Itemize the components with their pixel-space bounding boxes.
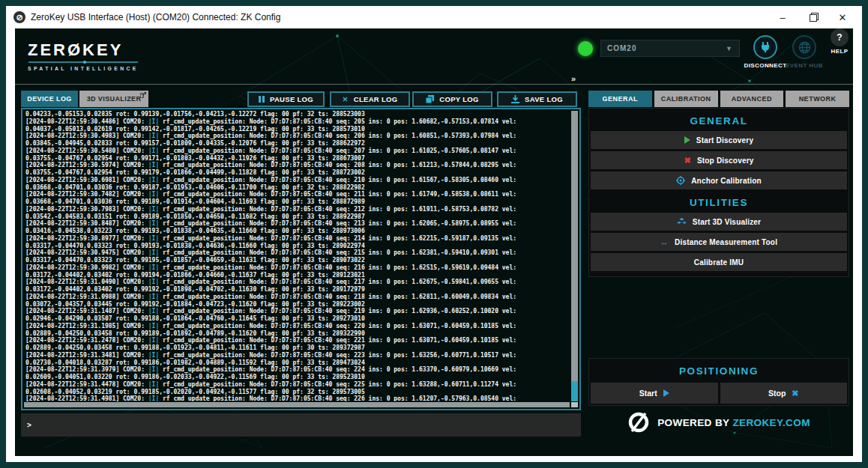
target-icon [676,176,685,185]
positioning-panel: POSITIONING Start Stop ✖ [588,358,849,406]
log-level-info: |I| [148,162,159,168]
tab-advanced[interactable]: ADVANCED [720,91,784,107]
log-level-info: |I| [148,395,159,401]
start-discovery-label: Start Discovery [696,136,753,145]
log-output[interactable]: 0.04233,-0.05153,0.02835 rot: 0.99139,-0… [25,111,567,401]
log-line: 0.03172,-0.04402,0.03402 rot: 0.99194,-0… [25,272,567,279]
save-log-label: SAVE LOG [525,95,563,103]
save-log-button[interactable]: SAVE LOG [497,91,577,107]
log-line: 0.02730,-0.04018,0.03287 rot: 0.99186,-0… [25,359,567,367]
start-3d-visualizer-button[interactable]: Start 3D Visualizer [591,213,847,231]
positioning-stop-label: Stop [768,389,786,398]
tab-network[interactable]: NETWORK [786,91,849,107]
log-line: 0.03317,-0.04470,0.03323 rot: 0.99195,-0… [25,257,567,264]
stop-discovery-label: Stop Discovery [697,156,754,165]
pause-log-button[interactable]: PAUSE LOG [247,91,325,107]
scrollbar-corner [571,402,578,407]
log-vertical-scrollbar-thumb[interactable] [571,381,578,401]
device-log-panel: 0.04233,-0.05153,0.02835 rot: 0.99139,-0… [21,108,581,410]
log-line: [2024-08-22T12:59:30.9982] COM20: |I| rf… [25,264,567,272]
log-level-info: |I| [148,235,159,242]
header-divider [15,84,853,85]
log-line: 0.03172,-0.04402,0.03402 rot: 0.99192,-0… [25,286,567,294]
log-line: [2024-08-22T12:59:30.6981] COM20: |I| rf… [25,177,567,184]
log-level-info: |I| [148,177,159,183]
plug-icon [759,41,771,53]
log-line: [2024-08-22T12:59:30.4486] COM20: |I| rf… [25,118,567,126]
log-line: [2024-08-22T12:59:31.3979] COM20: |I| rf… [25,366,567,374]
tab-general-label: GENERAL [603,95,639,103]
app-content: ZERØKEY SPATIAL INTELLIGENCE COM20 ▼ DIS… [15,28,853,456]
stop-x-icon: ✖ [684,156,690,165]
tab-general[interactable]: GENERAL [588,91,652,107]
disconnect-button[interactable] [753,35,777,59]
start-discovery-button[interactable]: Start Discovery [591,131,847,149]
clear-log-button[interactable]: ✕ CLEAR LOG [330,91,410,107]
tab-3d-visualizer-label: 3D VISUALIZER [87,95,142,103]
log-line: [2024-08-22T12:59:30.7983] COM20: |I| rf… [25,206,567,213]
arrows-left-right-icon: ↔ [660,237,669,246]
calibrate-imu-label: Calibrate IMU [694,258,744,267]
clear-icon: ✕ [343,95,349,103]
tab-device-log-label: DEVICE LOG [27,95,72,103]
distance-measurement-tool-label: Distance Measurement Tool [675,238,777,246]
log-level-info: |I| [148,118,159,125]
zerokey-site-link[interactable]: ZEROKEY.COM [732,417,810,428]
config-tabs: GENERAL CALIBRATION ADVANCED NETWORK [588,91,849,107]
log-level-info: |I| [148,323,159,329]
log-level-info: |I| [148,381,159,388]
event-hub-button[interactable] [792,35,816,59]
close-button[interactable]: ✕ [828,6,858,28]
copy-icon [426,95,434,103]
app-logo-icon: ⊘ [13,11,25,23]
config-region: GENERAL CALIBRATION ADVANCED NETWORK GEN… [588,91,849,450]
log-line: 0.02889,-0.04250,0.03458 rot: 0.99189,-0… [25,330,567,338]
event-hub-label: EVENT HUB [779,62,830,69]
logo-divider [28,61,138,63]
tab-calibration[interactable]: CALIBRATION [654,91,718,107]
com-port-select[interactable]: COM20 ▼ [600,40,740,57]
clear-log-label: CLEAR LOG [354,95,398,103]
log-line: [2024-08-22T12:59:31.1985] COM20: |I| rf… [25,323,567,330]
maximize-button[interactable] [798,6,828,28]
logo-tagline: SPATIAL INTELLIGENCE [28,66,139,71]
log-line: 0.03755,-0.04767,0.02954 rot: 0.99179,-0… [25,169,567,177]
tab-3d-visualizer[interactable]: 3D VISUALIZER [79,91,148,107]
log-level-info: |I| [148,148,159,154]
log-level-info: |I| [148,220,159,227]
powered-by-footer: POWERED BY ZEROKEY.COM [588,411,849,434]
minimize-button[interactable]: – [768,6,798,28]
window-title: ZeroKey USB Interface (Host) (COM20) Con… [31,12,280,22]
log-vertical-scrollbar[interactable] [571,111,578,401]
log-level-info: |I| [148,191,159,198]
external-link-icon [140,92,146,98]
log-line: 0.03845,-0.04945,0.02833 rot: 0.99157,-0… [25,140,567,148]
pause-log-label: PAUSE LOG [270,95,313,103]
anchor-calibration-button[interactable]: Anchor Calibration [591,171,847,189]
log-line: 0.04233,-0.05153,0.02835 rot: 0.99139,-0… [25,111,567,118]
log-line: 0.02608,-0.04052,0.03219 rot: 0.99185,-0… [25,389,567,396]
distance-measurement-tool-button[interactable]: ↔ Distance Measurement Tool [591,233,847,251]
panel-expander-chevrons[interactable]: » [571,74,575,83]
pause-icon [259,96,265,103]
log-line: [2024-08-22T12:59:31.1487] COM20: |I| rf… [25,308,567,315]
play-icon [663,389,669,397]
help-button[interactable]: ? [831,28,849,46]
log-line: [2024-08-22T12:59:30.8977] COM20: |I| rf… [25,235,567,243]
positioning-start-button[interactable]: Start [591,383,718,404]
question-mark-icon: ? [837,32,842,43]
stop-discovery-button[interactable]: ✖ Stop Discovery [591,151,847,169]
tab-device-log[interactable]: DEVICE LOG [21,91,78,107]
cubes-3d-icon [677,218,687,226]
positioning-stop-button[interactable]: Stop ✖ [720,383,848,404]
screenshot-frame: ⊘ ZeroKey USB Interface (Host) (COM20) C… [0,0,868,468]
command-input[interactable]: > [21,413,581,437]
copy-log-button[interactable]: COPY LOG [412,91,492,107]
log-horizontal-scrollbar[interactable] [24,402,570,407]
zerokey-logo: ZERØKEY SPATIAL INTELLIGENCE [28,40,139,71]
calibrate-imu-button[interactable]: Calibrate IMU [591,253,847,271]
stop-x-icon: ✖ [792,389,798,398]
tab-network-label: NETWORK [799,95,837,103]
logo-wordmark: ZERØKEY [28,40,139,60]
tab-advanced-label: ADVANCED [732,95,772,103]
